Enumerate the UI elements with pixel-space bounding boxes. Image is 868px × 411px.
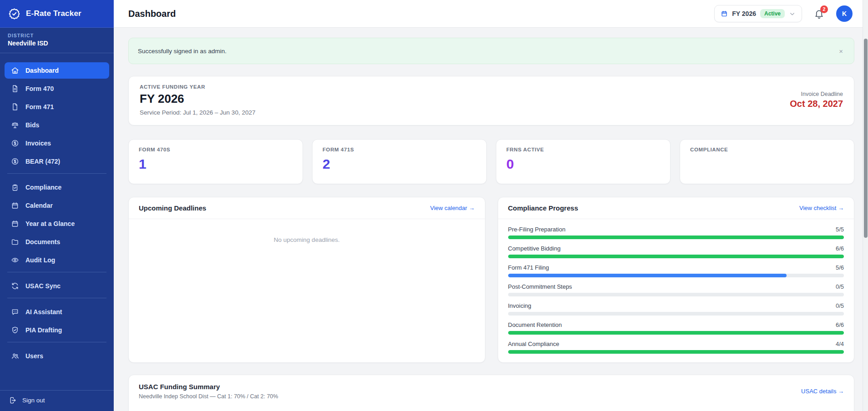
progress-label: Document Retention [508,321,562,328]
view-calendar-link[interactable]: View calendar → [430,205,474,211]
notification-count-badge: 2 [820,5,828,13]
sync-icon [11,282,19,290]
sidebar-item-label: Dashboard [25,67,59,74]
sidebar-item-users[interactable]: Users [5,348,109,364]
sidebar-item-label: Year at a Glance [25,220,75,227]
progress-label: Pre-Filing Preparation [508,226,565,233]
funding-year-card-label: ACTIVE FUNDING YEAR [140,84,255,90]
home-icon [11,66,19,75]
service-period: Service Period: Jul 1, 2026 – Jun 30, 20… [140,109,255,116]
sidebar-item-year-at-a-glance[interactable]: Year at a Glance [5,216,109,232]
sidebar-item-label: Form 471 [25,103,54,110]
sidebar-item-pia-drafting[interactable]: PIA Drafting [5,322,109,338]
compliance-progress-card: Compliance Progress View checklist → Pre… [498,197,855,363]
usac-title: USAC Funding Summary [139,383,278,391]
progress-row-invoicing: Invoicing 0/5 [508,302,844,316]
deadlines-empty-message: No upcoming deadlines. [274,236,340,243]
usac-details-link[interactable]: USAC details → [801,388,844,395]
scale-icon [11,121,19,129]
progress-track [508,255,844,258]
view-checklist-link[interactable]: View checklist → [799,205,844,211]
progress-row-annual-compliance: Annual Compliance 4/4 [508,341,844,354]
calendar-icon [721,10,728,17]
signout-bar: Sign out [0,390,114,411]
sidebar-item-compliance[interactable]: Compliance [5,179,109,195]
sidebar-item-documents[interactable]: Documents [5,234,109,250]
nav-divider [7,298,106,298]
nav-divider [7,173,106,174]
stat-card-form-470s: FORM 470S 1 [128,139,303,184]
active-funding-year-card: ACTIVE FUNDING YEAR FY 2026 Service Peri… [128,76,854,125]
content: Successfully signed in as admin. × ACTIV… [114,28,868,411]
progress-count: 4/4 [836,341,844,347]
folder-icon [11,238,19,246]
progress-row-post-commitment-steps: Post-Commitment Steps 0/5 [508,283,844,296]
main-area: Dashboard FY 2026 Active [114,0,868,411]
sign-out-button[interactable]: Sign out [9,396,105,404]
progress-count: 5/5 [836,226,844,233]
users-icon [11,352,19,360]
usac-funding-summary-card: USAC Funding Summary Needville Indep Sch… [128,375,854,411]
stat-value: 0 [506,156,660,173]
scrollbar-thumb[interactable] [864,39,868,238]
seal-check-icon [8,8,20,20]
clipboard-check-icon [11,183,19,191]
page-title: Dashboard [128,9,176,19]
page-scrollbar[interactable] [863,0,868,411]
progress-label: Form 471 Filing [508,264,549,271]
funding-year-value: FY 2026 [140,92,255,106]
sidebar-item-bids[interactable]: Bids [5,117,109,133]
file-text-icon [11,85,19,93]
stat-value: 2 [323,156,476,173]
sidebar-item-usac-sync[interactable]: USAC Sync [5,278,109,294]
compliance-title: Compliance Progress [508,204,578,212]
stat-card-frns-active: FRNS ACTIVE 0 [496,139,671,184]
notifications-button[interactable]: 2 [814,9,824,19]
progress-row-document-retention: Document Retention 6/6 [508,321,844,335]
sidebar-item-audit-log[interactable]: Audit Log [5,252,109,268]
sidebar-item-form-471[interactable]: Form 471 [5,99,109,115]
funding-year-selector[interactable]: FY 2026 Active [714,5,802,22]
progress-label: Annual Compliance [508,341,560,347]
success-message: Successfully signed in as admin. [138,48,227,55]
close-icon[interactable]: × [837,46,845,56]
progress-fill [508,331,844,335]
dollar-circle-icon [11,157,19,165]
district-name: Needville ISD [8,40,106,47]
progress-count: 0/5 [836,302,844,309]
sidebar-item-form-470[interactable]: Form 470 [5,80,109,97]
progress-fill [508,274,787,277]
funding-year-label: FY 2026 [732,10,756,17]
dollar-circle-icon [11,139,19,147]
stat-card-form-471s: FORM 471S 2 [312,139,487,184]
deadlines-title: Upcoming Deadlines [139,204,206,212]
app-title: E-Rate Tracker [26,9,81,18]
sidebar-item-label: Audit Log [25,256,55,264]
sidebar-item-label: Users [25,352,43,360]
app-logo: E-Rate Tracker [0,0,114,28]
sidebar-item-label: Bids [25,121,39,129]
sidebar-item-label: USAC Sync [25,282,61,290]
sidebar-item-dashboard[interactable]: Dashboard [5,62,109,79]
sidebar-item-calendar[interactable]: Calendar [5,197,109,214]
sidebar-item-label: Compliance [25,184,61,191]
shield-check-icon [11,326,19,334]
calendar-icon [11,220,19,228]
user-avatar[interactable]: K [836,5,853,22]
sidebar: E-Rate Tracker DISTRICT Needville ISD Da… [0,0,114,411]
sidebar-item-ai-assistant[interactable]: AI Assistant [5,304,109,320]
sidebar-item-label: Invoices [25,140,51,147]
stat-value: 1 [139,156,293,173]
invoice-deadline-label: Invoice Deadline [790,91,843,97]
chevron-down-icon [789,10,796,17]
progress-label: Competitive Bidding [508,245,561,252]
district-label: DISTRICT [8,33,106,38]
file-icon [11,103,19,111]
stat-card-compliance: COMPLIANCE [680,139,854,184]
progress-label: Invoicing [508,302,531,309]
sidebar-item-bear-472[interactable]: BEAR (472) [5,153,109,170]
invoice-deadline-date: Oct 28, 2027 [790,99,843,109]
chat-icon [11,308,19,316]
sidebar-item-invoices[interactable]: Invoices [5,135,109,151]
eye-icon [11,256,19,264]
